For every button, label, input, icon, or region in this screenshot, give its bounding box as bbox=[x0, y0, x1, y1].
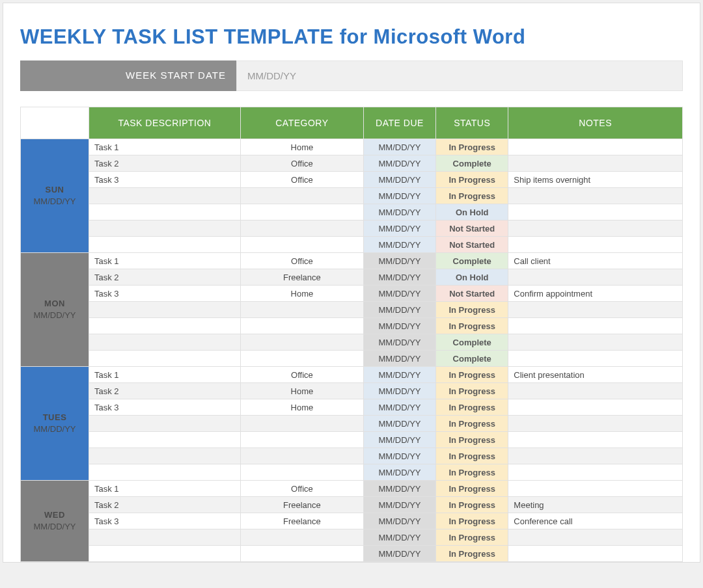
cell-category[interactable] bbox=[240, 464, 363, 481]
cell-date-due[interactable]: MM/DD/YY bbox=[363, 351, 435, 367]
cell-status[interactable]: In Progress bbox=[436, 513, 508, 529]
cell-task-description[interactable]: Task 3 bbox=[89, 172, 240, 188]
cell-task-description[interactable]: Task 1 bbox=[89, 367, 240, 383]
cell-date-due[interactable]: MM/DD/YY bbox=[363, 318, 435, 334]
cell-task-description[interactable] bbox=[89, 448, 240, 464]
cell-category[interactable] bbox=[240, 237, 363, 253]
cell-notes[interactable] bbox=[508, 139, 683, 155]
cell-category[interactable]: Office bbox=[240, 172, 363, 188]
cell-category[interactable] bbox=[240, 220, 363, 237]
cell-notes[interactable] bbox=[508, 188, 683, 204]
cell-task-description[interactable] bbox=[89, 302, 240, 318]
cell-task-description[interactable] bbox=[89, 351, 240, 367]
cell-status[interactable]: In Progress bbox=[436, 497, 508, 513]
cell-status[interactable]: In Progress bbox=[436, 546, 508, 562]
cell-status[interactable]: Not Started bbox=[436, 220, 508, 237]
cell-task-description[interactable]: Task 2 bbox=[89, 497, 240, 513]
cell-category[interactable] bbox=[240, 318, 363, 334]
cell-status[interactable]: Complete bbox=[436, 351, 508, 367]
cell-notes[interactable] bbox=[508, 529, 683, 546]
cell-date-due[interactable]: MM/DD/YY bbox=[363, 383, 435, 399]
cell-status[interactable]: In Progress bbox=[436, 464, 508, 481]
cell-status[interactable]: In Progress bbox=[436, 188, 508, 204]
cell-status[interactable]: Complete bbox=[436, 155, 508, 172]
cell-status[interactable]: In Progress bbox=[436, 448, 508, 464]
cell-notes[interactable] bbox=[508, 204, 683, 220]
cell-date-due[interactable]: MM/DD/YY bbox=[363, 448, 435, 464]
cell-date-due[interactable]: MM/DD/YY bbox=[363, 220, 435, 237]
cell-status[interactable]: In Progress bbox=[436, 318, 508, 334]
cell-notes[interactable] bbox=[508, 334, 683, 351]
cell-status[interactable]: On Hold bbox=[436, 204, 508, 220]
cell-task-description[interactable] bbox=[89, 237, 240, 253]
cell-task-description[interactable] bbox=[89, 416, 240, 432]
cell-category[interactable]: Office bbox=[240, 481, 363, 497]
cell-status[interactable]: Not Started bbox=[436, 286, 508, 302]
cell-notes[interactable]: Ship items overnight bbox=[508, 172, 683, 188]
cell-task-description[interactable]: Task 3 bbox=[89, 513, 240, 529]
cell-notes[interactable]: Conference call bbox=[508, 513, 683, 529]
cell-date-due[interactable]: MM/DD/YY bbox=[363, 253, 435, 269]
cell-status[interactable]: In Progress bbox=[436, 529, 508, 546]
cell-task-description[interactable] bbox=[89, 334, 240, 351]
cell-status[interactable]: In Progress bbox=[436, 383, 508, 399]
cell-notes[interactable] bbox=[508, 432, 683, 448]
cell-status[interactable]: In Progress bbox=[436, 399, 508, 416]
cell-notes[interactable] bbox=[508, 383, 683, 399]
cell-status[interactable]: Complete bbox=[436, 253, 508, 269]
cell-status[interactable]: In Progress bbox=[436, 302, 508, 318]
cell-task-description[interactable]: Task 2 bbox=[89, 383, 240, 399]
cell-category[interactable] bbox=[240, 448, 363, 464]
cell-notes[interactable] bbox=[508, 269, 683, 286]
cell-notes[interactable] bbox=[508, 399, 683, 416]
cell-notes[interactable] bbox=[508, 220, 683, 237]
cell-status[interactable]: In Progress bbox=[436, 139, 508, 155]
cell-category[interactable] bbox=[240, 302, 363, 318]
cell-date-due[interactable]: MM/DD/YY bbox=[363, 188, 435, 204]
cell-notes[interactable] bbox=[508, 546, 683, 562]
cell-task-description[interactable] bbox=[89, 318, 240, 334]
cell-status[interactable]: On Hold bbox=[436, 269, 508, 286]
cell-task-description[interactable]: Task 1 bbox=[89, 253, 240, 269]
cell-date-due[interactable]: MM/DD/YY bbox=[363, 399, 435, 416]
cell-date-due[interactable]: MM/DD/YY bbox=[363, 432, 435, 448]
cell-status[interactable]: Not Started bbox=[436, 237, 508, 253]
cell-task-description[interactable]: Task 2 bbox=[89, 155, 240, 172]
cell-notes[interactable]: Meeting bbox=[508, 497, 683, 513]
cell-category[interactable] bbox=[240, 188, 363, 204]
cell-notes[interactable] bbox=[508, 351, 683, 367]
cell-status[interactable]: In Progress bbox=[436, 172, 508, 188]
cell-category[interactable]: Home bbox=[240, 286, 363, 302]
cell-category[interactable] bbox=[240, 416, 363, 432]
cell-date-due[interactable]: MM/DD/YY bbox=[363, 269, 435, 286]
cell-date-due[interactable]: MM/DD/YY bbox=[363, 481, 435, 497]
cell-task-description[interactable] bbox=[89, 529, 240, 546]
cell-category[interactable] bbox=[240, 432, 363, 448]
cell-status[interactable]: In Progress bbox=[436, 481, 508, 497]
cell-date-due[interactable]: MM/DD/YY bbox=[363, 497, 435, 513]
cell-category[interactable]: Home bbox=[240, 399, 363, 416]
cell-category[interactable] bbox=[240, 546, 363, 562]
cell-task-description[interactable] bbox=[89, 464, 240, 481]
cell-category[interactable]: Office bbox=[240, 155, 363, 172]
cell-notes[interactable] bbox=[508, 416, 683, 432]
cell-task-description[interactable]: Task 1 bbox=[89, 139, 240, 155]
cell-task-description[interactable] bbox=[89, 432, 240, 448]
cell-task-description[interactable] bbox=[89, 188, 240, 204]
cell-notes[interactable]: Call client bbox=[508, 253, 683, 269]
cell-notes[interactable] bbox=[508, 302, 683, 318]
cell-date-due[interactable]: MM/DD/YY bbox=[363, 513, 435, 529]
cell-date-due[interactable]: MM/DD/YY bbox=[363, 155, 435, 172]
week-start-value[interactable]: MM/DD/YY bbox=[236, 60, 683, 91]
cell-task-description[interactable] bbox=[89, 204, 240, 220]
cell-task-description[interactable] bbox=[89, 546, 240, 562]
cell-notes[interactable]: Client presentation bbox=[508, 367, 683, 383]
cell-task-description[interactable]: Task 3 bbox=[89, 399, 240, 416]
cell-date-due[interactable]: MM/DD/YY bbox=[363, 529, 435, 546]
cell-status[interactable]: In Progress bbox=[436, 367, 508, 383]
cell-date-due[interactable]: MM/DD/YY bbox=[363, 416, 435, 432]
cell-notes[interactable] bbox=[508, 448, 683, 464]
cell-notes[interactable] bbox=[508, 155, 683, 172]
cell-task-description[interactable]: Task 3 bbox=[89, 286, 240, 302]
cell-category[interactable]: Office bbox=[240, 367, 363, 383]
